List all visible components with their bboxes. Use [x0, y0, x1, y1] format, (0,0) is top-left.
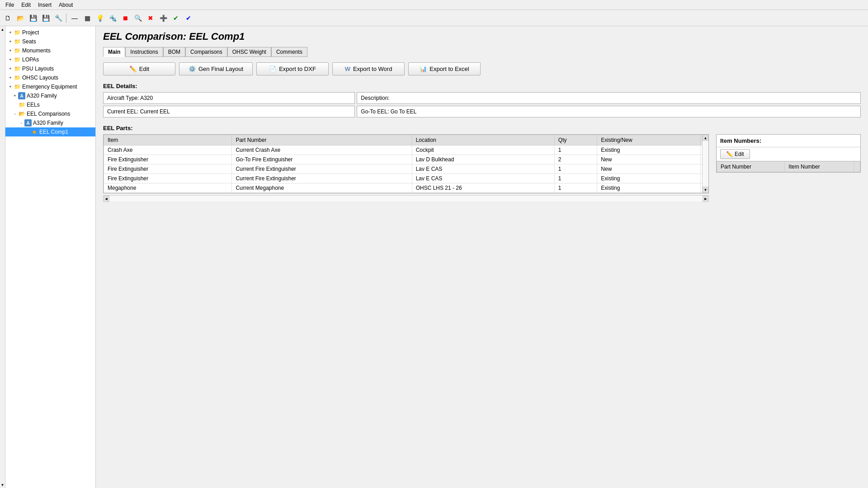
gen-final-layout-button[interactable]: ⚙️ Gen Final Layout — [179, 62, 253, 75]
toggle-project[interactable]: + — [7, 29, 14, 36]
parts-section: Item Part Number Location Qty Existing/N… — [103, 134, 861, 202]
sidebar-item-eel-comparisons[interactable]: - 📂 EEL Comparisons — [5, 109, 95, 118]
pencil-icon: ✏️ — [129, 66, 137, 72]
v-scrollbar[interactable]: ▲ ▼ — [702, 135, 708, 193]
toolbar-new-btn[interactable]: 🗋 — [2, 12, 14, 24]
toggle-emergency[interactable]: + — [7, 84, 14, 90]
toolbar-closex-btn[interactable]: ✖ — [145, 12, 156, 24]
folder-icon: 📁 — [14, 47, 21, 54]
toggle-a320-1[interactable]: + — [12, 93, 18, 99]
tab-main[interactable]: Main — [103, 47, 125, 57]
toggle-psu[interactable]: + — [7, 66, 14, 72]
folder-icon: 📁 — [14, 29, 21, 36]
h-scroll-track — [109, 196, 703, 202]
table-row[interactable]: Crash Axe Current Crash Axe Cockpit 1 Ex… — [104, 145, 708, 155]
cell-item: Crash Axe — [104, 145, 232, 155]
cell-item: Megaphone — [104, 183, 232, 193]
h-scroll-right-btn[interactable]: ► — [703, 196, 709, 202]
toggle-ohsc[interactable]: + — [7, 75, 14, 81]
toolbar-tool1-btn[interactable]: 🔧 — [52, 12, 64, 24]
edit-button[interactable]: ✏️ Edit — [103, 62, 175, 75]
sidebar-item-label: A320 Family — [27, 93, 57, 99]
toolbar-stop-btn[interactable]: ⏹ — [119, 12, 131, 24]
cell-existing-new: New — [597, 155, 701, 164]
item-numbers-edit-btn[interactable]: ✏️ Edit — [720, 149, 750, 159]
folder-icon: 📁 — [14, 56, 21, 63]
sidebar-item-a320-family-2[interactable]: - A A320 Family — [5, 118, 95, 127]
toggle-a320-2[interactable]: - — [18, 120, 24, 126]
table-row[interactable]: Fire Extinguisher Current Fire Extinguis… — [104, 164, 708, 174]
scroll-down-btn[interactable]: ▼ — [0, 483, 5, 487]
tab-ohsc-weight[interactable]: OHSC Weight — [227, 47, 271, 57]
export-word-button[interactable]: W Export to Word — [332, 62, 405, 75]
gen-icon: ⚙️ — [189, 66, 196, 72]
folder-icon: 📁 — [14, 83, 21, 90]
table-row[interactable]: Fire Extinguisher Go-To Fire Extinguishe… — [104, 155, 708, 164]
cell-qty: 2 — [554, 155, 597, 164]
sidebar-item-label: OHSC Layouts — [22, 75, 58, 81]
col-part-number: Part Number — [232, 135, 412, 145]
toolbar-saveas-btn[interactable]: 💾 — [40, 12, 52, 24]
toolbar-grid-btn[interactable]: ▦ — [81, 12, 93, 24]
sidebar-item-a320-family-1[interactable]: + A A320 Family — [5, 91, 95, 100]
toolbar-zoom-btn[interactable]: 🔍 — [132, 12, 144, 24]
toggle-lopas[interactable]: + — [7, 56, 14, 63]
sidebar-item-label: A320 Family — [33, 120, 63, 126]
menu-about[interactable]: About — [55, 1, 76, 9]
export-excel-label: Export to Excel — [429, 66, 469, 72]
sidebar-item-eel-comp1[interactable]: ● EEL Comp1 — [5, 127, 95, 136]
sidebar-item-label: PSU Layouts — [22, 66, 54, 72]
toolbar-check-btn[interactable]: ✔ — [170, 12, 182, 24]
cell-location: Lav E CAS — [412, 174, 554, 183]
folder-icon: 📁 — [14, 74, 21, 81]
cell-qty: 1 — [554, 164, 597, 174]
item-numbers-container: Item Numbers: ✏️ Edit Part Number Item N… — [716, 134, 861, 173]
toolbar-minus-btn[interactable]: — — [69, 12, 80, 24]
toolbar-open-btn[interactable]: 📂 — [14, 12, 26, 24]
sidebar-item-emergency-equipment[interactable]: + 📁 Emergency Equipment — [5, 82, 95, 91]
export-excel-button[interactable]: 📊 Export to Excel — [408, 62, 481, 75]
menu-insert[interactable]: Insert — [34, 1, 55, 9]
tab-comments[interactable]: Comments — [271, 47, 307, 57]
sidebar-item-ohsc-layouts[interactable]: + 📁 OHSC Layouts — [5, 73, 95, 82]
cell-existing-new: New — [597, 164, 701, 174]
sidebar-item-psu-layouts[interactable]: + 📁 PSU Layouts — [5, 64, 95, 73]
sidebar-item-eels[interactable]: 📁 EELs — [5, 100, 95, 109]
toolbar-check2-btn[interactable]: ✔ — [183, 12, 194, 24]
sidebar-item-lopas[interactable]: + 📁 LOPAs — [5, 55, 95, 64]
scroll-up-btn[interactable]: ▲ — [703, 135, 708, 141]
sidebar-item-monuments[interactable]: + 📁 Monuments — [5, 46, 95, 55]
export-dxf-button[interactable]: 📄 Export to DXF — [256, 62, 329, 75]
toggle-monuments[interactable]: + — [7, 47, 14, 54]
toggle-seats[interactable]: + — [7, 38, 14, 45]
scroll-up-btn[interactable]: ▲ — [0, 27, 5, 32]
h-scroll-left-btn[interactable]: ◄ — [103, 196, 109, 202]
cell-item: Fire Extinguisher — [104, 174, 232, 183]
toolbar-bulb-btn[interactable]: 💡 — [94, 12, 106, 24]
sidebar-item-label: EEL Comp1 — [39, 129, 68, 135]
cell-part-number: Go-To Fire Extinguisher — [232, 155, 412, 164]
h-scrollbar: ◄ ► — [103, 195, 709, 202]
toolbar-add-btn[interactable]: ➕ — [157, 12, 169, 24]
toolbar-tool2-btn[interactable]: 🔩 — [107, 12, 118, 24]
table-row[interactable]: Megaphone Current Megaphone OHSC LHS 21 … — [104, 183, 708, 193]
cell-part-number: Current Fire Extinguisher — [232, 174, 412, 183]
toggle-eel-comparisons[interactable]: - — [12, 111, 18, 117]
scroll-down-btn[interactable]: ▼ — [703, 187, 708, 193]
cell-item: Fire Extinguisher — [104, 164, 232, 174]
tab-comparisons[interactable]: Comparisons — [185, 47, 227, 57]
tab-instructions[interactable]: Instructions — [125, 47, 163, 57]
item-numbers-label: Item Numbers: — [720, 137, 761, 144]
menu-edit[interactable]: Edit — [18, 1, 34, 9]
sidebar-item-seats[interactable]: + 📁 Seats — [5, 37, 95, 46]
a-icon: A — [24, 119, 32, 127]
menu-file[interactable]: File — [2, 1, 18, 9]
cell-existing-new: Existing — [597, 183, 701, 193]
tab-bom[interactable]: BOM — [163, 47, 185, 57]
toolbar-save-btn[interactable]: 💾 — [27, 12, 39, 24]
table-row[interactable]: Fire Extinguisher Current Fire Extinguis… — [104, 174, 708, 183]
toggle-eels[interactable] — [12, 102, 18, 108]
cell-qty: 1 — [554, 145, 597, 155]
sidebar-item-project[interactable]: + 📁 Project — [5, 28, 95, 37]
cell-item: Fire Extinguisher — [104, 155, 232, 164]
